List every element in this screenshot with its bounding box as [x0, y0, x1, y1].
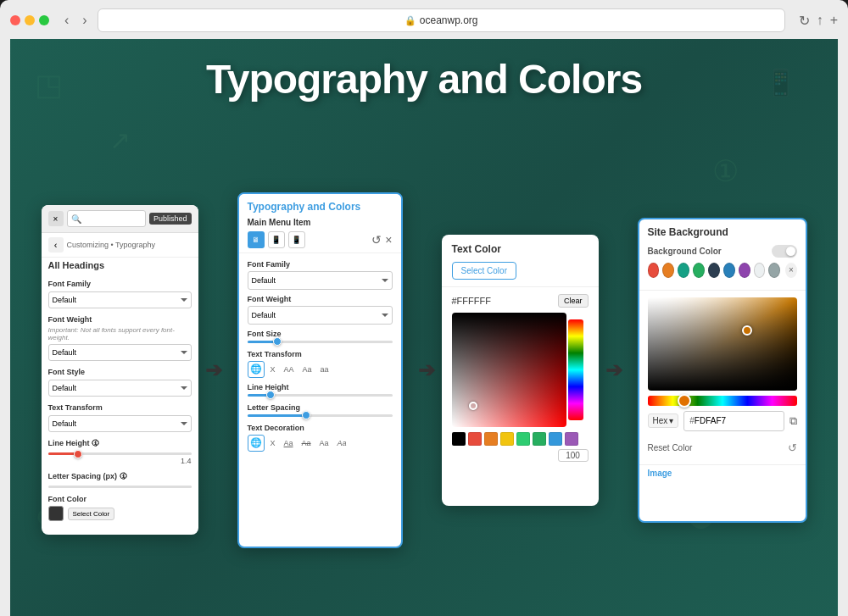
clear-button[interactable]: Clear [558, 294, 589, 308]
arrow-1: ➔ [205, 358, 222, 382]
gradient-picker[interactable] [648, 297, 797, 391]
deco-italic-btn[interactable]: Aa [335, 438, 349, 448]
swatch-green[interactable] [516, 432, 530, 446]
font-weight-sublabel: Important: Not all fonts support every f… [48, 326, 192, 341]
browser-toolbar: ‹ › 🔒 oceanwp.org ↻ ↑ + [10, 8, 838, 32]
p-font-size-slider-container [248, 341, 393, 343]
select-color-btn[interactable]: Select Color [452, 262, 516, 280]
font-style-label: Font Style [48, 368, 192, 376]
field-font-weight: Font Weight Important: Not all fonts sup… [48, 315, 192, 361]
forward-button[interactable]: › [79, 11, 90, 30]
transform-capitalize-btn[interactable]: Aa [300, 363, 315, 375]
customizer-nav: ‹ Customizing • Typography [42, 233, 198, 258]
dot-teal[interactable] [678, 263, 689, 278]
p-letter-spacing-slider[interactable] [248, 414, 393, 417]
hex-dropdown-label: Hex [653, 416, 668, 425]
swatch-purple[interactable] [565, 432, 578, 446]
p-line-height-slider[interactable] [248, 394, 393, 397]
dot-red[interactable] [10, 15, 20, 25]
panel-typography-header: Typography and Colors Main Menu Item 🖥 📱… [239, 194, 401, 253]
close-color-btn[interactable]: × [785, 263, 796, 278]
dot-dark[interactable] [708, 263, 720, 278]
transform-uppercase-btn[interactable]: AA [282, 363, 297, 375]
copy-hex-button[interactable]: ⧉ [789, 414, 797, 428]
color-picker-gradient[interactable] [452, 313, 566, 427]
browser-actions: ↻ ↑ + [799, 13, 838, 29]
font-weight-label: Font Weight [48, 315, 192, 324]
dot-orange[interactable] [662, 263, 674, 278]
hue-bar[interactable] [648, 396, 797, 406]
dot-red[interactable] [648, 263, 660, 278]
p-text-transform-label: Text Transform [248, 350, 393, 358]
panel-typography-subtitle: Main Menu Item [248, 218, 393, 227]
hex-dropdown[interactable]: Hex ▾ [648, 413, 679, 428]
p-line-height-slider-container [248, 394, 393, 397]
sitebg-image-label[interactable]: Image [639, 464, 806, 481]
nav-back-button[interactable]: ‹ [48, 237, 64, 253]
hex-input[interactable]: # FDFAF7 [683, 411, 784, 431]
swatch-orange[interactable] [484, 432, 498, 446]
refresh-button[interactable]: ↻ [799, 13, 810, 29]
letter-spacing-slider[interactable] [48, 486, 192, 488]
panel-icons-row: 🖥 📱 📱 ↺ × [248, 231, 393, 248]
opacity-value[interactable]: 100 [558, 449, 589, 462]
browser-dots [10, 15, 49, 25]
reset-icon-button[interactable]: ↺ [788, 441, 797, 454]
hue-bar-thumb [678, 394, 691, 408]
dot-purple[interactable] [739, 263, 750, 278]
sitebg-title: Site Background [648, 226, 797, 238]
transform-lowercase-btn[interactable]: aa [318, 363, 332, 375]
dot-light[interactable] [754, 263, 766, 278]
deco-none-btn[interactable]: X [268, 438, 278, 448]
swatch-red[interactable] [468, 432, 482, 446]
close-panel-button[interactable]: × [385, 233, 392, 247]
p-text-decoration-label: Text Decoration [248, 424, 393, 432]
color-hue-bar[interactable] [568, 319, 583, 420]
deco-overline-btn[interactable]: Aa [317, 438, 332, 448]
new-tab-button[interactable]: + [830, 13, 838, 29]
font-family-select[interactable]: Default [48, 291, 192, 308]
p-line-height-label: Line Height [248, 383, 393, 391]
swatch-darkgreen[interactable] [533, 432, 546, 446]
dot-gray[interactable] [768, 263, 780, 278]
reset-color-button[interactable]: Reset Color [648, 443, 693, 452]
text-transform-select[interactable]: Default [48, 415, 192, 432]
mobile-icon-btn[interactable]: 📱 [288, 231, 305, 248]
dot-green[interactable] [693, 263, 705, 278]
customizer-published: Published [149, 213, 192, 225]
share-button[interactable]: ↑ [817, 13, 823, 29]
dot-yellow[interactable] [25, 15, 35, 25]
desktop-icon-btn[interactable]: 🖥 [248, 231, 265, 248]
color-picker-container[interactable] [452, 313, 589, 427]
font-style-select[interactable]: Default [48, 380, 192, 397]
dot-green[interactable] [39, 15, 49, 25]
bg-color-toggle[interactable] [772, 245, 797, 258]
p-font-size-slider[interactable] [248, 341, 393, 343]
text-transform-row: 🌐 X AA Aa aa [248, 361, 393, 378]
undo-button[interactable]: ↺ [371, 233, 382, 247]
hex-input-value: FDFAF7 [695, 416, 726, 425]
customizer-search[interactable]: 🔍 [67, 210, 146, 227]
customizer-close-btn[interactable]: × [48, 211, 64, 226]
deco-underline-btn[interactable]: Aa [282, 438, 296, 448]
p-font-family-select[interactable]: Default [248, 271, 393, 290]
address-bar[interactable]: 🔒 oceanwp.org [98, 8, 785, 32]
p-font-weight-select[interactable]: Default [248, 306, 393, 325]
deco-strikethrough-btn[interactable]: Aa [299, 438, 314, 448]
field-letter-spacing: Letter Spacing (px) 🛈 [48, 472, 192, 488]
select-color-button[interactable]: Select Color [68, 508, 115, 520]
font-weight-select[interactable]: Default [48, 344, 192, 361]
p-font-weight-label: Font Weight [248, 295, 393, 303]
panel-textcolor: Text Color Select Color #FFFFFF Clear [442, 235, 599, 506]
back-button[interactable]: ‹ [61, 11, 72, 30]
font-color-swatch[interactable] [48, 506, 64, 521]
swatch-black[interactable] [452, 432, 466, 446]
line-height-slider[interactable] [48, 452, 192, 455]
tablet-icon-btn[interactable]: 📱 [268, 231, 285, 248]
decoration-globe-icon[interactable]: 🌐 [248, 435, 265, 452]
transform-none-btn[interactable]: X [268, 363, 278, 375]
swatch-blue[interactable] [549, 432, 562, 446]
dot-blue[interactable] [723, 263, 735, 278]
globe-icon[interactable]: 🌐 [248, 361, 265, 378]
swatch-yellow[interactable] [500, 432, 514, 446]
